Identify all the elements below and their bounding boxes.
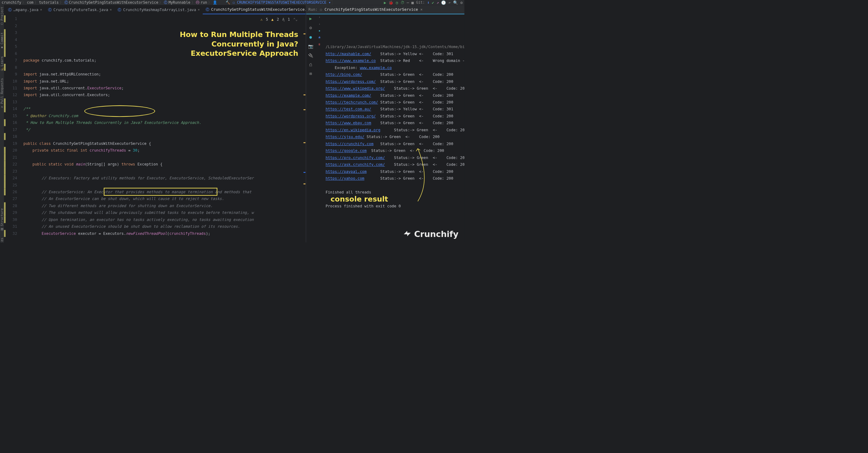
close-icon[interactable]: × [197, 8, 199, 12]
close-icon[interactable]: × [110, 8, 112, 12]
git-update-icon[interactable]: ⬇ [427, 0, 430, 5]
stop-icon[interactable]: ■ [411, 0, 414, 5]
code-line[interactable]: // An unused ExecutorService should be s… [23, 223, 306, 230]
tool-learn[interactable]: 🎓Learn [0, 56, 4, 72]
down-icon[interactable]: ↓ [319, 23, 320, 25]
code-line[interactable]: // Two different methods are provided fo… [23, 202, 306, 209]
console-link[interactable]: http://bing.com/ [326, 73, 362, 77]
git-history-icon[interactable]: 🕔 [441, 0, 446, 5]
code-line[interactable] [23, 64, 306, 70]
attach-icon[interactable]: ⋯ [407, 0, 409, 5]
filter-icon[interactable]: ● [319, 30, 320, 32]
marker[interactable] [304, 172, 305, 173]
console-link[interactable]: https://yahoo.com [326, 176, 365, 180]
coverage-icon[interactable]: ◷ [396, 0, 398, 5]
tab-hashmap[interactable]: ⒸCrunchifyHashmapToArrayList.java× [115, 5, 203, 15]
updown-icon[interactable]: ⌃⌄ [293, 16, 298, 23]
crumb-method[interactable]: run [200, 1, 207, 5]
editor-minimap-rail[interactable] [303, 24, 306, 243]
crumb-class[interactable]: CrunchifyGetPingStatusWithExecutorServic… [69, 1, 158, 5]
console-link[interactable]: http://mashable.com/ [326, 52, 371, 56]
close-icon[interactable]: × [40, 8, 42, 12]
console-link[interactable]: https://sjsu.edu/ [326, 135, 365, 139]
tab-futuretask[interactable]: ⒸCrunchifyFutureTask.java× [45, 5, 115, 15]
run-config-title[interactable]: CrunchifyGetPingStatusWithExecutorServic… [324, 7, 418, 12]
delete-icon[interactable]: 🗑 [318, 43, 320, 46]
tab-pingstatus[interactable]: ⒸCrunchifyGetPingStatusWithExecutorServi… [203, 5, 306, 15]
marker[interactable] [304, 142, 305, 143]
git-commit-icon[interactable]: ✔ [432, 0, 434, 5]
run-config-select[interactable]: ☐ CRUNCHIFYGETPINGSTATUSWITHEXECUTORSERV… [231, 0, 333, 5]
code-line[interactable]: import java.util.concurrent.Executors; [23, 91, 306, 98]
marker[interactable] [304, 94, 305, 95]
code-line[interactable]: * How to Run Multiple Threads Concurrent… [23, 119, 306, 126]
console-link[interactable]: https://google.com [326, 148, 367, 153]
console-link[interactable]: https://wordpress.com/ [326, 79, 376, 84]
inspections-widget[interactable]: ⚠5 ▲2 Ą1 ⌃⌄ [260, 16, 298, 23]
code-line[interactable]: // Executors: Factory and utility method… [23, 175, 306, 181]
console-link[interactable]: https://www.wikipedia.org/ [326, 86, 385, 91]
console-link[interactable]: www.example.co [360, 65, 392, 69]
settings-icon[interactable]: ⚙ [461, 0, 463, 5]
code-line[interactable] [23, 237, 306, 243]
profile-icon[interactable]: ⏱ [400, 0, 404, 5]
code-editor[interactable]: ⚠5 ▲2 Ą1 ⌃⌄ How to Run Multiple Threads … [20, 15, 306, 243]
console-link[interactable]: https://wordpress.org/ [326, 114, 376, 118]
console-link[interactable]: https://techcrunch.com/ [326, 100, 378, 105]
print-icon[interactable]: 🖶 [318, 36, 320, 39]
console-link[interactable]: https://test.com.au/ [326, 107, 371, 111]
code-line[interactable] [23, 133, 306, 140]
code-line[interactable]: // An ExecutorService can be shut down, … [23, 195, 306, 202]
code-line[interactable]: import java.net.HttpURLConnection; [23, 71, 306, 78]
console-link[interactable]: https://en.wikipedia.org [326, 128, 380, 132]
console-link[interactable]: https://ask.crunchify.com/ [326, 162, 385, 167]
up-icon[interactable]: ↑ [319, 16, 320, 19]
tool-favorites[interactable]: ★Favorites [0, 237, 4, 243]
code-line[interactable]: public class CrunchifyGetPingStatusWithE… [23, 140, 306, 147]
close-icon[interactable]: × [420, 7, 422, 12]
code-line[interactable]: // Upon termination, an executor has no … [23, 216, 306, 223]
code-line[interactable]: /** [23, 105, 306, 112]
tool-project[interactable]: ▢Project [0, 7, 4, 26]
console-link[interactable]: https://www.ebay.com [326, 121, 371, 125]
code-line[interactable] [23, 168, 306, 174]
tool-pullrequests[interactable]: ⎋Pull Requests [0, 78, 4, 109]
git-rollback-icon[interactable]: ↶ [448, 0, 451, 5]
console-link[interactable]: https://crunchify.com [326, 142, 374, 146]
marker[interactable] [304, 34, 305, 34]
exit-icon[interactable]: ⎙ [309, 62, 312, 67]
code-line[interactable]: public static void main(String[] args) t… [23, 161, 306, 168]
crumb-root[interactable]: crunchify [2, 1, 21, 5]
console-link[interactable]: https://pro.crunchify.com/ [326, 155, 385, 160]
code-line[interactable]: ExecutorService executor = Executors.new… [23, 230, 306, 237]
tab-company[interactable]: Ⓒ…mpany.java× [5, 5, 45, 15]
code-line[interactable]: * @author Crunchify.com [23, 112, 306, 119]
user-icon[interactable]: 👤 [213, 1, 217, 5]
crumb-pkg1[interactable]: com [27, 1, 33, 5]
marker[interactable] [304, 109, 305, 110]
avatar-icon[interactable]: ● [309, 34, 312, 39]
code-line[interactable] [23, 154, 306, 161]
crumb-pkg2[interactable]: tutorials [39, 1, 59, 5]
code-line[interactable]: import java.net.URL; [23, 78, 306, 84]
code-line[interactable] [23, 98, 306, 105]
console-link[interactable]: https://example.com/ [326, 93, 371, 97]
search-icon[interactable]: 🔍 [453, 0, 458, 5]
settings-icon[interactable]: ⚙ [309, 25, 312, 30]
crumb-inner[interactable]: MyRunnable [168, 1, 190, 5]
code-line[interactable]: // The shutdown method will allow previo… [23, 209, 306, 216]
plug-icon[interactable]: 🔌 [308, 53, 313, 58]
tool-commit[interactable]: ◆Commit [0, 33, 4, 50]
camera-icon[interactable]: 📷 [308, 44, 313, 49]
code-line[interactable]: import java.util.concurrent.ExecutorServ… [23, 84, 306, 91]
code-line[interactable]: */ [23, 126, 306, 133]
git-push-icon[interactable]: ↗ [436, 0, 439, 5]
marker[interactable] [304, 183, 305, 184]
console-link[interactable]: https://www.example.co [326, 59, 376, 63]
code-line[interactable]: private static final int crunchifyThread… [23, 147, 306, 154]
code-line[interactable]: // ExecutorService: An Executor that pro… [23, 189, 306, 195]
hammer-icon[interactable]: 🔨 [226, 1, 230, 5]
run-icon[interactable]: ▶ [384, 0, 386, 5]
console-link[interactable]: https://paypal.com [326, 169, 367, 173]
tool-structure[interactable]: 🏛Structure [0, 208, 4, 231]
